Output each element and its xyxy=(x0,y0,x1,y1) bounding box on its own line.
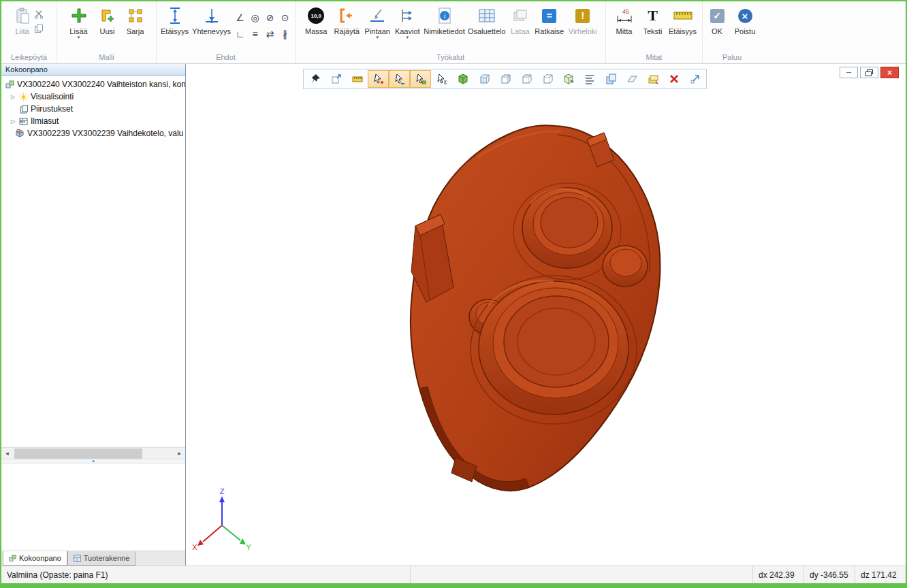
model-medium-boss-top xyxy=(541,197,598,248)
parallel-constraint-icon[interactable]: ≡ xyxy=(248,26,263,42)
add-button[interactable]: Lisää ▾ xyxy=(64,3,94,39)
tab-label: Kokoonpano xyxy=(19,554,61,562)
antiparallel-constraint-icon[interactable]: ∦ xyxy=(278,26,293,42)
axis-triad: Z X Y xyxy=(192,487,251,551)
tab-tuoterakenne[interactable]: Tuoterakenne xyxy=(67,551,136,566)
scroll-right-icon[interactable]: ▸ xyxy=(174,448,185,459)
cut-button[interactable] xyxy=(32,8,46,20)
distance-constraint-icon xyxy=(168,5,182,27)
ribbon-group-clipboard: Liitä Leikepöytä xyxy=(1,1,57,63)
scrollbar-track[interactable] xyxy=(13,448,174,459)
add-caret-icon: ▾ xyxy=(78,35,80,39)
perpendicular-constraint-icon[interactable]: ∟ xyxy=(233,26,248,42)
error-log-button[interactable]: ! Virheloki xyxy=(566,3,600,35)
drawing-sheets-icon[interactable] xyxy=(642,70,663,88)
solve-button[interactable]: = Ratkaise xyxy=(533,3,566,35)
dimension-label: Mitta xyxy=(616,27,633,35)
ribbon-group-return: ✓ OK × Poistu Paluu xyxy=(703,1,761,63)
item-data-icon: i xyxy=(436,5,453,27)
tangent-constraint-icon[interactable]: ⊘ xyxy=(263,10,278,26)
error-log-icon: ! xyxy=(575,9,590,23)
view-box-1-icon[interactable] xyxy=(473,70,494,88)
dimension-icon: 45 xyxy=(616,5,633,27)
tree-item-label: Piirustukset xyxy=(31,104,73,114)
mass-button[interactable]: 10,0 Massa xyxy=(301,3,331,35)
gearbox-cover-model[interactable]: Z X Y xyxy=(186,64,906,566)
document-window-controls: ─ × xyxy=(840,67,899,78)
delete-icon[interactable] xyxy=(663,70,684,88)
array-button[interactable]: Sarja xyxy=(121,3,150,35)
view-box-5-icon[interactable] xyxy=(558,70,579,88)
select-vertex-icon[interactable] xyxy=(368,70,389,88)
select-element-icon[interactable] xyxy=(431,70,452,88)
explode-button[interactable]: Räjäytä xyxy=(331,3,362,35)
group-label-tools: Työkalut xyxy=(297,52,604,63)
tree-item-configurations[interactable]: ▷ Ilmiasut xyxy=(1,115,185,127)
distance-constraint-label: Etäisyys xyxy=(161,27,189,35)
expand-icon[interactable]: ▷ xyxy=(10,94,16,100)
tab-kokoonpano[interactable]: Kokoonpano xyxy=(3,551,67,566)
paste-label: Liitä xyxy=(15,27,29,35)
angle-constraint-icon[interactable]: ∠ xyxy=(233,10,248,26)
view-shaded-icon[interactable] xyxy=(452,70,473,88)
text-label: Teksti xyxy=(643,27,662,35)
schematics-icon xyxy=(399,5,415,27)
coincident-constraint-button[interactable]: Yhtenevyys xyxy=(191,3,233,35)
ribbon-group-constraints: Etäisyys Yhtenevyys ∠ ◎ ⊘ ⊙ ∟ ≡ ⇄ ∦ xyxy=(157,1,296,63)
pin-icon[interactable] xyxy=(304,70,325,88)
close-button[interactable]: × xyxy=(880,67,899,78)
status-dx: dx 242.39 xyxy=(752,566,803,583)
fit-view-icon[interactable] xyxy=(325,70,347,88)
exit-button[interactable]: × Poistu xyxy=(730,3,760,35)
measure-distance-label: Etäisyys xyxy=(669,27,697,35)
concentric-constraint-icon[interactable]: ◎ xyxy=(248,10,263,26)
parts-list-icon xyxy=(478,5,496,27)
item-data-button[interactable]: i Nimiketiedot xyxy=(422,3,466,35)
copy-button[interactable] xyxy=(32,22,46,35)
symmetric-constraint-icon[interactable]: ⇄ xyxy=(263,26,278,42)
tree-horizontal-scrollbar[interactable]: ◂ ▸ xyxy=(1,447,185,459)
drawings-icon xyxy=(19,105,28,114)
error-log-label: Virheloki xyxy=(569,27,597,35)
text-icon: T xyxy=(648,8,658,23)
paste-button[interactable]: Liitä xyxy=(13,3,32,35)
product-structure-tab-icon xyxy=(74,555,81,562)
scrollbar-thumb[interactable] xyxy=(14,448,142,459)
tree-item-label: Visualisointi xyxy=(31,92,74,101)
dimension-button[interactable]: 45 Mitta xyxy=(610,3,639,35)
restore-button[interactable] xyxy=(860,67,878,78)
schematics-button[interactable]: Kaaviot ▾ xyxy=(392,3,422,39)
move-view-icon[interactable] xyxy=(684,70,705,88)
new-button[interactable]: Uusi xyxy=(94,3,121,35)
load-button[interactable]: Lataa xyxy=(507,3,533,35)
parts-list-button[interactable]: Osaluettelo xyxy=(466,3,507,35)
status-message: Valmiina (Opaste: paina F1) xyxy=(1,566,410,583)
expand-icon[interactable]: ▷ xyxy=(10,118,16,125)
select-face-icon[interactable] xyxy=(410,70,431,88)
tree-item-drawings[interactable]: Piirustukset xyxy=(1,103,185,115)
measure-distance-button[interactable]: Etäisyys xyxy=(667,3,699,35)
tree-item-visualization[interactable]: ▷ Visualisointi xyxy=(1,91,185,103)
panel-title: Kokoonpano xyxy=(1,64,185,76)
tree-item-root-assembly[interactable]: VX3002240 VX3002240 Vaihteiston kansi, k… xyxy=(1,78,185,91)
view-box-2-icon[interactable] xyxy=(494,70,515,88)
distance-constraint-button[interactable]: Etäisyys xyxy=(159,3,191,35)
text-button[interactable]: T Teksti xyxy=(639,3,667,35)
measure-ruler-icon[interactable] xyxy=(347,70,368,88)
ok-button[interactable]: ✓ OK xyxy=(704,3,730,35)
tree-item-part[interactable]: VX3002239 VX3002239 Vaihdekotelo, valu . xyxy=(1,127,185,140)
view-box-3-icon[interactable] xyxy=(515,70,537,88)
view-plane-icon[interactable] xyxy=(621,70,642,88)
to-surface-button[interactable]: Pintaan ▾ xyxy=(362,3,392,39)
display-levels-icon[interactable] xyxy=(579,70,600,88)
copy-view-icon[interactable] xyxy=(600,70,621,88)
coaxial-constraint-icon[interactable]: ⊙ xyxy=(278,10,293,26)
panel-splitter[interactable]: ▴ xyxy=(1,459,185,463)
svg-text:i: i xyxy=(443,12,445,20)
view-box-4-icon[interactable] xyxy=(537,70,558,88)
minimize-button[interactable]: ─ xyxy=(840,67,858,78)
model-viewport[interactable]: Z X Y xyxy=(186,64,906,566)
mass-icon: 10,0 xyxy=(308,7,324,24)
scroll-left-icon[interactable]: ◂ xyxy=(1,448,13,459)
select-edge-icon[interactable] xyxy=(389,70,410,88)
